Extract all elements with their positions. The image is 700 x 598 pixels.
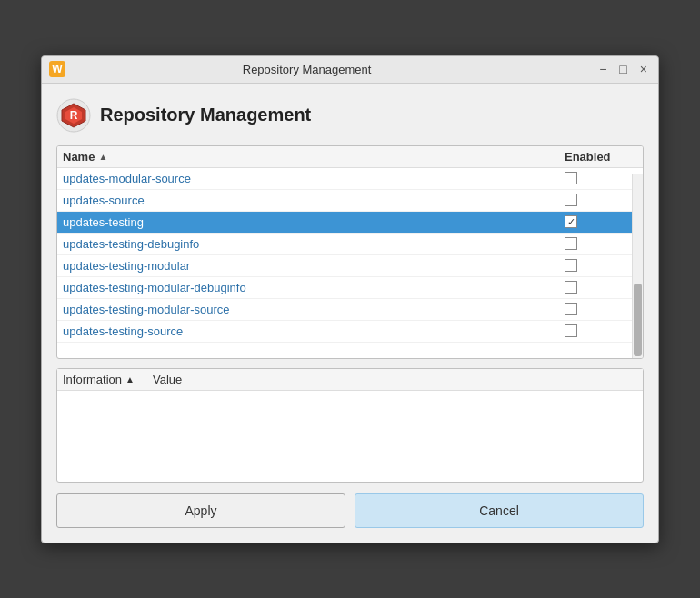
row-name: updates-testing-debuginfo <box>63 237 565 251</box>
window-controls: − □ × <box>595 61 651 77</box>
info-tab-label: Information <box>63 373 122 386</box>
info-panel: Information ▲ Value <box>56 368 644 483</box>
repository-table-panel: Name ▲ Enabled updates-modular-sourceupd… <box>56 145 644 359</box>
table-row[interactable]: updates-testing-source <box>57 321 643 343</box>
info-tab-arrow-icon: ▲ <box>125 374 135 384</box>
row-name: updates-testing-modular <box>63 259 565 273</box>
table-row[interactable]: updates-testing-debuginfo <box>57 234 643 255</box>
footer-buttons: Apply Cancel <box>56 493 644 528</box>
table-row[interactable]: updates-testing-modular <box>57 255 643 277</box>
window-body: R Repository Management Name ▲ Enabled u… <box>42 84 658 543</box>
row-name: updates-source <box>63 194 565 207</box>
row-name: updates-testing <box>63 215 565 229</box>
row-enabled[interactable] <box>565 194 637 206</box>
enabled-checkbox[interactable] <box>565 237 577 250</box>
enabled-checkbox[interactable] <box>565 324 577 337</box>
repository-management-window: W Repository Management − □ × R Reposito… <box>41 55 659 543</box>
enabled-checkbox[interactable] <box>565 172 577 184</box>
col-name-header: Name ▲ <box>63 150 565 164</box>
table-header: Name ▲ Enabled <box>57 146 643 168</box>
window-title: Repository Management <box>73 63 541 76</box>
titlebar: W Repository Management − □ × <box>42 56 658 84</box>
row-name: updates-testing-modular-debuginfo <box>63 281 565 294</box>
table-row[interactable]: updates-source <box>57 190 643 212</box>
maximize-button[interactable]: □ <box>615 61 630 77</box>
row-enabled[interactable] <box>565 324 637 337</box>
header-icon: R <box>56 98 91 133</box>
row-enabled[interactable] <box>565 259 637 272</box>
enabled-checkbox[interactable]: ✓ <box>565 215 577 228</box>
row-name: updates-modular-source <box>63 172 565 185</box>
svg-text:R: R <box>70 109 78 122</box>
table-row[interactable]: updates-modular-source <box>57 168 643 190</box>
apply-button[interactable]: Apply <box>56 493 345 528</box>
enabled-checkbox[interactable] <box>565 194 577 206</box>
scrollbar[interactable] <box>632 174 643 358</box>
table-row[interactable]: updates-testing✓ <box>57 212 643 234</box>
row-enabled[interactable] <box>565 172 637 184</box>
sort-arrow-icon: ▲ <box>98 152 107 162</box>
scrollbar-thumb[interactable] <box>634 284 642 356</box>
info-header: Information ▲ Value <box>57 369 643 391</box>
repository-list: updates-modular-sourceupdates-sourceupda… <box>57 168 643 350</box>
info-body <box>57 391 643 482</box>
row-enabled[interactable] <box>565 303 637 315</box>
minimize-button[interactable]: − <box>595 61 610 77</box>
info-value-col-header: Value <box>145 373 182 386</box>
row-enabled[interactable] <box>565 237 637 250</box>
table-row[interactable]: updates-testing-modular-debuginfo <box>57 277 643 299</box>
col-enabled-header: Enabled <box>565 150 637 164</box>
row-enabled[interactable]: ✓ <box>565 215 637 228</box>
row-name: updates-testing-modular-source <box>63 303 565 316</box>
row-name: updates-testing-source <box>63 324 565 338</box>
info-tab[interactable]: Information ▲ <box>63 373 145 386</box>
page-title: Repository Management <box>100 105 311 125</box>
close-button[interactable]: × <box>636 61 651 77</box>
table-row[interactable]: updates-testing-modular-source <box>57 299 643 321</box>
app-icon: W <box>49 61 65 77</box>
window-header: R Repository Management <box>56 98 644 133</box>
enabled-checkbox[interactable] <box>565 303 577 315</box>
row-enabled[interactable] <box>565 281 637 294</box>
cancel-button[interactable]: Cancel <box>355 493 644 528</box>
enabled-checkbox[interactable] <box>565 281 577 294</box>
enabled-checkbox[interactable] <box>565 259 577 272</box>
